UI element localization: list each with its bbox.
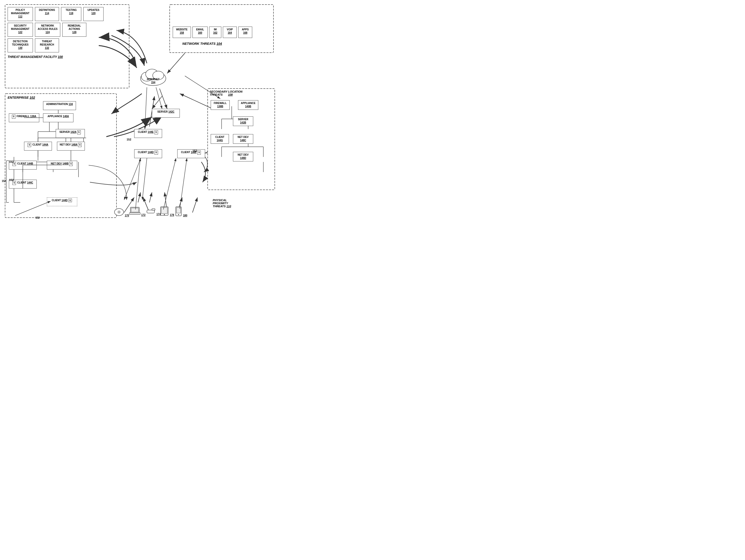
- svg-point-39: [119, 212, 120, 213]
- physical-proximity-label: PHYSICALPROXIMITYTHREATS 110: [213, 199, 231, 208]
- definitions-box: DEFINITIONS114: [35, 7, 59, 21]
- netdev-a-box: NET DEV 148A S: [57, 142, 85, 150]
- website-box: WEBSITE158: [173, 27, 191, 38]
- svg-rect-49: [176, 208, 181, 213]
- label-152-b: 152: [9, 178, 14, 181]
- svg-rect-41: [131, 208, 138, 212]
- server-a-box: SERVER 142A S: [56, 129, 85, 138]
- administration-box: ADMINISTRATION 134: [43, 101, 76, 110]
- svg-rect-43: [147, 210, 155, 213]
- label-152-central: 152: [127, 138, 131, 141]
- svg-rect-42: [129, 213, 140, 214]
- device-usb-icon: 174: [145, 208, 161, 216]
- updates-box: UPDATES120: [83, 7, 104, 21]
- voip-box: VOIP164: [223, 27, 237, 38]
- remedial-actions-box: REMEDIALACTIONS128: [62, 23, 86, 37]
- svg-line-67: [145, 87, 147, 129]
- svg-rect-44: [152, 209, 155, 210]
- client-d-dashed-box: CLIENT 144D S: [47, 197, 77, 206]
- firewall-b-box: FIREWALL138B: [211, 100, 230, 110]
- device-phone-icon: 180: [175, 206, 187, 217]
- security-management-box: SECURITYMANAGEMENT122: [8, 23, 33, 37]
- internet-cloud: INTERNET 154: [138, 65, 168, 87]
- detection-techniques-box: DETECTIONTECHNIQUES130: [8, 38, 33, 53]
- client-g-box: CLIENT 144G: [211, 134, 229, 144]
- network-access-rules-box: NETWORKACCESS RULES124: [35, 23, 60, 37]
- netdev-d-box: NET DEV 148D: [233, 152, 253, 162]
- device-disc-icon: 170: [114, 208, 129, 217]
- firewall-a-box: S FIREWALL 138A: [9, 113, 39, 122]
- label-152-left: 152: [2, 180, 6, 182]
- svg-line-70: [180, 158, 187, 209]
- client-e-box: CLIENT 144E S: [134, 129, 162, 138]
- svg-text:154: 154: [151, 81, 156, 84]
- client-f-box: CLIENT 144F S: [177, 149, 205, 158]
- svg-line-66: [156, 87, 162, 109]
- server-b-box: SERVER142B: [233, 116, 253, 126]
- im-box: IM162: [209, 27, 221, 38]
- svg-line-68: [135, 158, 140, 210]
- tmf-label: THREAT MANAGEMENT FACILITY 100: [8, 55, 63, 59]
- policy-management-box: POLICYMANAGEMENT112: [8, 7, 33, 21]
- network-threats-label: NETWORK THREATS 104: [182, 42, 222, 45]
- svg-text:INTERNET: INTERNET: [147, 78, 160, 81]
- svg-rect-46: [161, 208, 167, 214]
- appliance-a-box: APPLIANCE 140A: [43, 113, 73, 122]
- client-a-box: S CLIENT 144A: [24, 142, 52, 150]
- device-tablet-icon: 178: [160, 206, 174, 216]
- diagram: POLICYMANAGEMENT112 DEFINITIONS114 TESTI…: [0, 0, 279, 228]
- netdev-b-box: NET DEV 148B S: [47, 161, 77, 170]
- label-152-a: 152: [9, 160, 14, 163]
- testing-box: TESTING118: [61, 7, 81, 21]
- apps-box: APPS168: [238, 27, 252, 38]
- enterprise-label: ENTERPRISE 102: [8, 96, 35, 100]
- svg-line-65: [15, 201, 51, 216]
- device-laptop-icon: 172: [129, 206, 145, 216]
- svg-line-69: [163, 158, 176, 210]
- appliance-b-box: APPLIANCE140B: [238, 100, 258, 110]
- svg-point-50: [178, 214, 179, 215]
- server-c-box: SERVER 142C: [152, 109, 180, 118]
- threat-research-box: THREATRESEARCH132: [35, 38, 59, 53]
- netdev-c-box: NET DEV 148C: [233, 134, 253, 144]
- secondary-location-label: SECONDARY LOCATIONTHREATS 108: [210, 90, 273, 96]
- label-152-bottom: 152: [35, 216, 40, 219]
- svg-point-47: [164, 214, 165, 215]
- email-box: EMAIL160: [192, 27, 208, 38]
- label-152-right: 152: [192, 149, 197, 152]
- client-d-center-box: CLIENT 144D S: [134, 149, 162, 158]
